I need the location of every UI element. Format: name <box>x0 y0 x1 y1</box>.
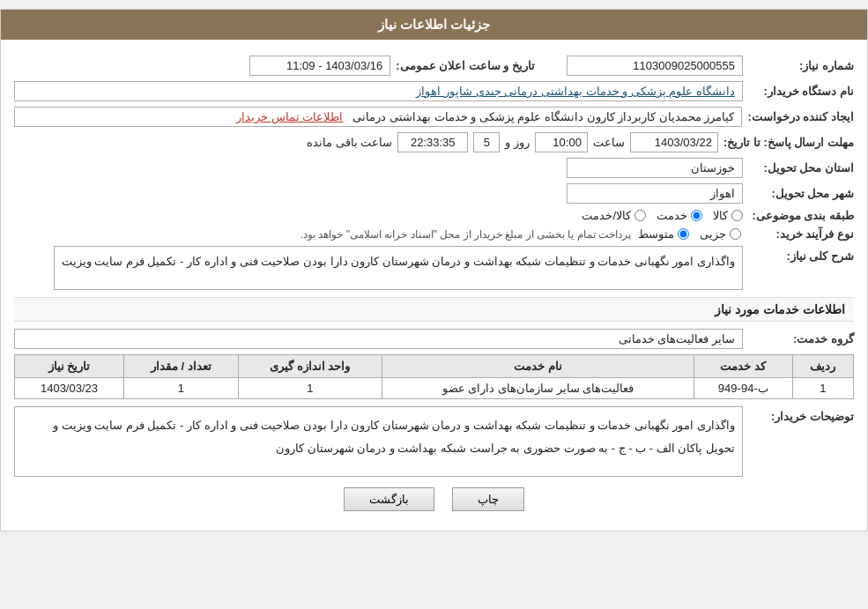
col-date: تاریخ نیاز <box>15 355 124 378</box>
announce-label: تاریخ و ساعت اعلان عمومی: <box>396 59 535 72</box>
province-label: استان محل تحویل: <box>748 161 854 175</box>
category-kala-label: کالا <box>713 209 728 222</box>
cell-code: ب-94-949 <box>694 378 793 399</box>
need-desc-label: شرح کلی نیاز: <box>748 246 854 263</box>
date-label: مهلت ارسال پاسخ: تا تاریخ: <box>723 136 854 149</box>
process-label: نوع فرآیند خرید: <box>748 227 854 241</box>
process-motavasset-radio[interactable] <box>678 228 689 240</box>
day-value: 5 <box>473 132 500 152</box>
creator-label: ایجاد کننده درخواست: <box>747 110 854 123</box>
col-qty: تعداد / مقدار <box>123 355 238 378</box>
process-option-jazei[interactable]: جزیی <box>700 227 741 241</box>
category-label: طبقه بندی موضوعی: <box>748 209 854 222</box>
col-row: ردیف <box>792 355 853 378</box>
day-label: روز و <box>505 136 530 149</box>
buyer-desc-label: توضیحات خریدار: <box>748 406 854 423</box>
province-value: خوزستان <box>567 158 743 178</box>
org-value: دانشگاه علوم پزشکی و خدمات بهداشتی درمان… <box>14 81 743 101</box>
process-option-motavasset[interactable]: متوسط <box>638 227 689 241</box>
category-kala-khedmat-radio[interactable] <box>634 210 646 221</box>
service-group-value: سایر فعالیت‌های خدماتی <box>14 329 743 349</box>
service-group-label: گروه خدمت: <box>748 332 854 345</box>
cell-unit: 1 <box>238 378 382 399</box>
col-unit: واحد اندازه گیری <box>238 355 382 378</box>
category-khedmat-radio[interactable] <box>691 210 702 221</box>
service-info-title: اطلاعات خدمات مورد نیاز <box>14 297 854 322</box>
category-option-kala-khedmat[interactable]: کالا/خدمت <box>582 209 646 222</box>
services-table: ردیف کد خدمت نام خدمت واحد اندازه گیری ت… <box>14 354 854 399</box>
category-radio-group: کالا خدمت کالا/خدمت <box>582 209 743 222</box>
city-label: شهر محل تحویل: <box>748 187 854 200</box>
cell-row: 1 <box>792 378 853 399</box>
time-value: 10:00 <box>535 132 588 152</box>
cell-name: فعالیت‌های سایر سازمان‌های دارای عضو <box>382 378 694 399</box>
col-code: کد خدمت <box>694 355 793 378</box>
category-khedmat-label: خدمت <box>657 209 687 222</box>
process-motavasset-label: متوسط <box>638 227 674 241</box>
process-jazei-label: جزیی <box>700 227 726 241</box>
cell-qty: 1 <box>123 378 238 399</box>
buyer-desc-value: واگذاری امور نگهبانی خدمات و تنظیمات شبک… <box>14 406 743 477</box>
need-number-value: 1103009025000555 <box>567 56 743 76</box>
time-label: ساعت <box>593 136 625 149</box>
category-kala-radio[interactable] <box>731 210 743 221</box>
org-link[interactable]: دانشگاه علوم پزشکی و خدمات بهداشتی درمان… <box>416 85 735 98</box>
button-row: چاپ بازگشت <box>14 487 854 511</box>
deadline-date: 1403/03/22 <box>630 132 718 152</box>
creator-value: کیامرز محمدیان کاربرداز کارون دانشگاه عل… <box>14 107 742 127</box>
back-button[interactable]: بازگشت <box>344 487 434 511</box>
col-name: نام خدمت <box>382 355 694 378</box>
need-desc-value: واگذاری امور نگهبانی خدمات و تنظیمات شبک… <box>54 246 743 290</box>
print-button[interactable]: چاپ <box>452 487 524 511</box>
process-note: پرداخت تمام یا بخشی از مبلغ خریدار از مح… <box>300 228 631 241</box>
category-kala-khedmat-label: کالا/خدمت <box>582 209 631 222</box>
category-option-khedmat[interactable]: خدمت <box>657 209 702 222</box>
process-jazei-radio[interactable] <box>730 228 741 240</box>
org-label: نام دستگاه خریدار: <box>748 85 854 98</box>
remaining-label: ساعت باقی مانده <box>307 136 392 149</box>
category-option-kala[interactable]: کالا <box>713 209 743 222</box>
creator-text: کیامرز محمدیان کاربرداز کارون دانشگاه عل… <box>352 110 734 123</box>
city-value: اهواز <box>567 183 743 204</box>
table-row: 1 ب-94-949 فعالیت‌های سایر سازمان‌های دا… <box>15 378 854 399</box>
announce-value: 1403/03/16 - 11:09 <box>249 56 390 76</box>
process-radio-group: جزیی متوسط <box>638 227 741 241</box>
remaining-value: 22:33:35 <box>397 132 468 152</box>
page-title: جزئیات اطلاعات نیاز <box>1 10 867 40</box>
cell-date: 1403/03/23 <box>15 378 124 399</box>
need-number-label: شماره نیاز: <box>748 59 854 72</box>
creator-contact-link[interactable]: اطلاعات تماس خریدار <box>236 110 343 123</box>
